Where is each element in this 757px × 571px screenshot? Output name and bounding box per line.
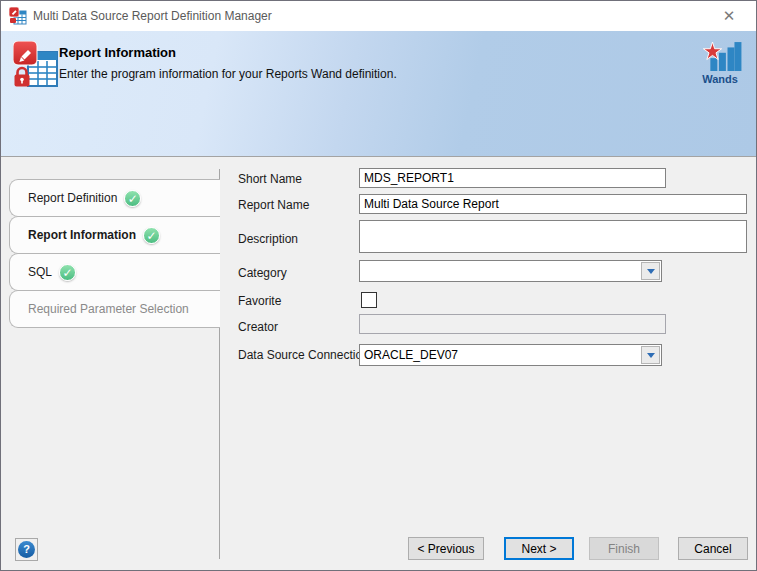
tab-label: Report Definition [28, 191, 117, 205]
page-subtitle: Enter the program information for your R… [59, 67, 397, 81]
description-input[interactable] [359, 220, 747, 253]
data-source-connection-value: ORACLE_DEV07 [364, 345, 639, 365]
favorite-checkbox[interactable] [361, 292, 377, 308]
creator-label: Creator [238, 320, 278, 334]
wizard-steps: Report Definition ✓ Report Information ✓… [9, 179, 220, 328]
cancel-button[interactable]: Cancel [678, 537, 748, 560]
tab-label: Required Parameter Selection [28, 302, 189, 316]
data-source-connection-combobox[interactable]: ORACLE_DEV07 [359, 344, 662, 366]
title-bar: Multi Data Source Report Definition Mana… [1, 1, 756, 31]
window-title: Multi Data Source Report Definition Mana… [33, 1, 272, 31]
tab-report-information[interactable]: Report Information ✓ [9, 216, 220, 254]
help-button[interactable]: ? [15, 538, 38, 561]
short-name-label: Short Name [238, 172, 302, 186]
wands-logo: Wands [694, 41, 746, 85]
category-dropdown-button[interactable] [641, 262, 660, 280]
check-icon: ✓ [124, 190, 141, 207]
tab-report-definition[interactable]: Report Definition ✓ [9, 179, 220, 217]
wizard-header: Report Information Enter the program inf… [1, 31, 756, 157]
favorite-label: Favorite [238, 294, 281, 308]
category-combobox[interactable] [359, 260, 662, 282]
report-name-input[interactable] [359, 194, 747, 214]
chevron-down-icon [647, 269, 655, 274]
wands-logo-icon [698, 41, 742, 71]
wands-logo-text: Wands [694, 73, 746, 85]
close-icon[interactable]: ✕ [712, 1, 746, 31]
tab-label: SQL [28, 265, 52, 279]
tab-label: Report Information [28, 228, 136, 242]
help-icon: ? [18, 541, 35, 558]
app-icon [9, 7, 27, 25]
category-value [364, 261, 639, 281]
description-label: Description [238, 232, 298, 246]
tab-sql[interactable]: SQL ✓ [9, 253, 220, 291]
check-icon: ✓ [143, 227, 160, 244]
finish-button: Finish [589, 537, 659, 560]
dialog-window: Multi Data Source Report Definition Mana… [0, 0, 757, 571]
previous-button[interactable]: < Previous [408, 537, 484, 560]
tab-required-parameter-selection[interactable]: Required Parameter Selection [9, 290, 220, 328]
next-button[interactable]: Next > [504, 537, 574, 560]
chevron-down-icon [647, 353, 655, 358]
short-name-input[interactable] [359, 168, 666, 188]
report-edit-icon [13, 41, 59, 91]
page-title: Report Information [59, 45, 176, 60]
check-icon: ✓ [59, 264, 76, 281]
creator-input [359, 314, 666, 334]
data-source-connection-label: Data Source Connection [238, 348, 369, 362]
data-source-dropdown-button[interactable] [641, 346, 660, 364]
category-label: Category [238, 266, 287, 280]
report-name-label: Report Name [238, 198, 309, 212]
